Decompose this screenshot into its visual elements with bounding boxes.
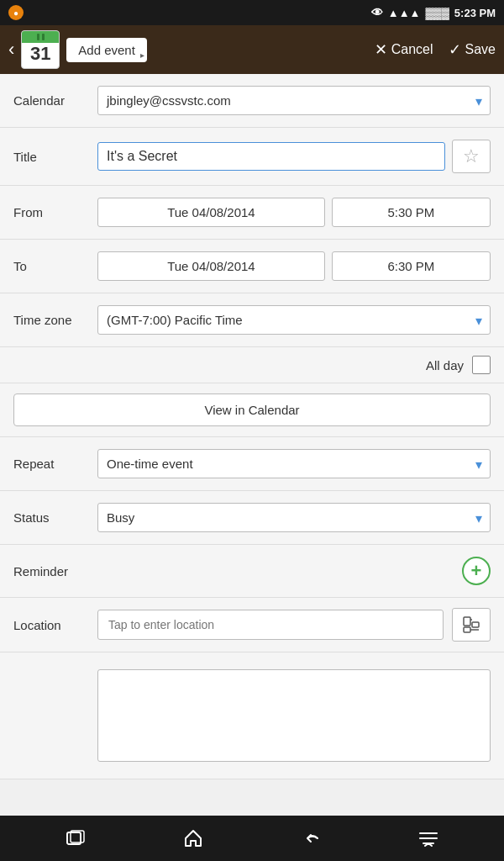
add-reminder-button[interactable]: + [462, 557, 491, 585]
top-bar-left: ‹ 31 Add event [8, 30, 375, 69]
status-text: Busy [107, 510, 134, 525]
to-row: To Tue 04/08/2014 6:30 PM [0, 240, 504, 293]
title-input[interactable] [97, 142, 445, 171]
allday-label: All day [426, 358, 464, 372]
calendar-icon: 31 [21, 30, 60, 69]
timezone-label: Time zone [13, 313, 97, 327]
notes-label-spacer [13, 661, 97, 770]
repeat-row: Repeat One-time event [0, 437, 504, 491]
map-button[interactable] [452, 608, 491, 642]
title-label: Title [13, 150, 97, 164]
status-row: Status Busy [0, 491, 504, 545]
to-datetime: Tue 04/08/2014 6:30 PM [97, 251, 491, 281]
status-dropdown-wrapper: Busy [97, 503, 491, 532]
time-display: 5:23 PM [454, 7, 496, 19]
to-label: To [13, 259, 97, 273]
form-area: Calendar jbingley@cssvstc.com Title ☆ Fr… [0, 74, 504, 816]
cancel-button[interactable]: ✕ Cancel [375, 40, 433, 59]
timezone-dropdown-wrapper: (GMT-7:00) Pacific Time [97, 305, 491, 335]
home-button[interactable] [183, 828, 203, 848]
repeat-value[interactable]: One-time event [97, 449, 491, 478]
wifi-icon: ▲▲▲ [388, 7, 421, 19]
allday-checkbox[interactable] [472, 356, 491, 374]
location-label: Location [13, 618, 89, 632]
notification-icon: ● [8, 5, 24, 20]
cal-top-bar [22, 31, 59, 43]
reminder-label: Reminder [13, 564, 462, 578]
recent-apps-button[interactable] [66, 829, 86, 848]
from-row: From Tue 04/08/2014 5:30 PM [0, 186, 504, 240]
view-calendar-button[interactable]: View in Calendar [13, 394, 491, 426]
allday-row: All day [0, 347, 504, 383]
cancel-label: Cancel [391, 42, 433, 57]
menu-icon [418, 830, 438, 847]
repeat-dropdown-wrapper: One-time event [97, 449, 491, 478]
status-label: Status [13, 510, 97, 525]
back-arrow-icon [301, 828, 321, 848]
save-button[interactable]: ✓ Save [449, 40, 496, 59]
reminder-row: Reminder + [0, 545, 504, 598]
from-label: From [13, 205, 97, 219]
status-value[interactable]: Busy [97, 503, 491, 532]
save-label: Save [465, 42, 496, 57]
title-row: Title ☆ [0, 128, 504, 186]
status-right: 👁 ▲▲▲ ▓▓▓ 5:23 PM [371, 6, 496, 19]
notes-row [0, 652, 504, 779]
to-date-button[interactable]: Tue 04/08/2014 [97, 251, 325, 281]
svg-rect-2 [464, 617, 470, 626]
from-time-button[interactable]: 5:30 PM [332, 198, 491, 227]
location-row: Location [0, 598, 504, 652]
cancel-x-icon: ✕ [375, 40, 387, 59]
svg-rect-0 [464, 627, 470, 632]
status-bar: ● 👁 ▲▲▲ ▓▓▓ 5:23 PM [0, 0, 504, 25]
calendar-dropdown-wrapper: jbingley@cssvstc.com [97, 86, 491, 115]
menu-button[interactable] [418, 830, 438, 847]
home-icon [183, 828, 203, 848]
calendar-label: Calendar [13, 93, 97, 108]
map-pin-icon [462, 615, 480, 634]
eye-icon: 👁 [371, 6, 383, 19]
calendar-value[interactable]: jbingley@cssvstc.com [97, 86, 491, 115]
location-input[interactable] [97, 610, 444, 640]
back-nav-button[interactable] [301, 828, 321, 848]
svg-rect-1 [472, 622, 479, 627]
notes-textarea[interactable] [97, 669, 491, 762]
from-date-button[interactable]: Tue 04/08/2014 [97, 198, 325, 227]
add-event-button[interactable]: Add event [66, 38, 147, 62]
view-calendar-row: View in Calendar [0, 383, 504, 437]
status-left: ● [8, 5, 24, 20]
bottom-nav [0, 816, 504, 861]
top-bar: ‹ 31 Add event ✕ Cancel ✓ Save [0, 25, 504, 74]
recent-apps-icon [66, 829, 86, 848]
to-time-button[interactable]: 6:30 PM [332, 251, 491, 281]
battery-icon: ▓▓▓ [425, 7, 449, 19]
star-button[interactable]: ☆ [452, 140, 491, 173]
top-bar-right: ✕ Cancel ✓ Save [375, 40, 496, 59]
timezone-value[interactable]: (GMT-7:00) Pacific Time [97, 305, 491, 335]
calendar-row: Calendar jbingley@cssvstc.com [0, 74, 504, 128]
calendar-day: 31 [30, 45, 50, 63]
repeat-label: Repeat [13, 457, 97, 471]
repeat-text: One-time event [107, 457, 193, 471]
from-datetime: Tue 04/08/2014 5:30 PM [97, 198, 491, 227]
save-check-icon: ✓ [449, 40, 461, 59]
timezone-row: Time zone (GMT-7:00) Pacific Time [0, 293, 504, 347]
back-button[interactable]: ‹ [8, 39, 14, 61]
